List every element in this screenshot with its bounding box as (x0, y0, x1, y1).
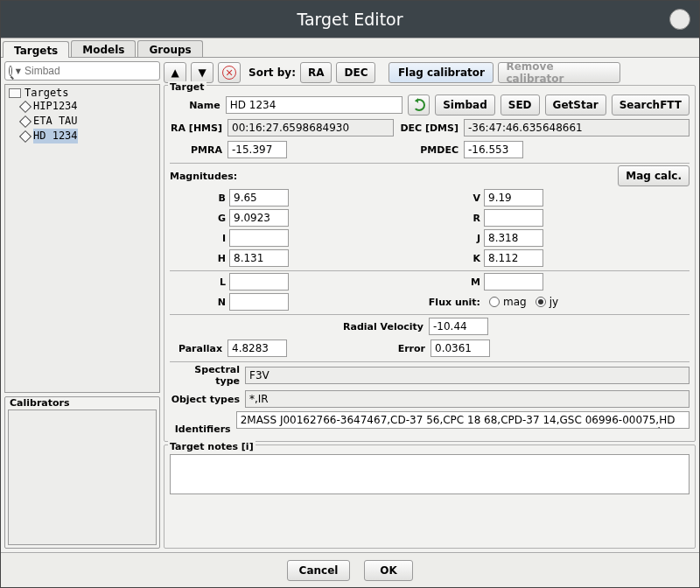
mag-j-input[interactable] (484, 229, 543, 247)
pmra-label: PMRA (170, 144, 222, 156)
pmdec-input[interactable] (464, 141, 523, 158)
flux-mag-label: mag (503, 296, 527, 308)
right-column: ▲ ▼ ✕ Sort by: RA DEC Flag calibrator Re… (164, 61, 696, 549)
mag-i-input[interactable] (229, 229, 289, 247)
mag-r-input[interactable] (484, 209, 543, 227)
objtypes-label: Object types (170, 394, 240, 405)
ra-label: RA [HMS] (170, 122, 222, 134)
folder-icon (9, 88, 21, 98)
name-label: Name (170, 100, 220, 111)
error-input[interactable] (430, 340, 490, 357)
targets-tree[interactable]: Targets HIP1234 ETA TAU HD 1234 (4, 84, 160, 393)
flux-unit-label: Flux unit: (424, 297, 484, 308)
dec-field (464, 119, 690, 136)
mag-j-label: J (424, 233, 484, 244)
diamond-icon (19, 130, 32, 142)
cancel-button[interactable]: Cancel (287, 560, 350, 581)
mag-b-input[interactable] (229, 189, 289, 206)
objtypes-field (245, 390, 690, 408)
tab-groups[interactable]: Groups (137, 40, 202, 57)
mag-h-input[interactable] (229, 249, 289, 267)
tree-item[interactable]: HD 1234 (9, 129, 156, 144)
flux-jy-label: jy (550, 296, 558, 308)
toolbar: ▲ ▼ ✕ Sort by: RA DEC Flag calibrator Re… (164, 61, 696, 84)
search-box[interactable]: ▼ (4, 61, 160, 80)
tab-models[interactable]: Models (71, 40, 136, 57)
remove-calibrator-button[interactable]: Remove calibrator (498, 62, 620, 83)
flux-jy-radio[interactable] (536, 297, 546, 307)
delete-button[interactable]: ✕ (218, 62, 241, 83)
simbad-button[interactable]: Simbad (435, 94, 495, 116)
tabstrip: Targets Models Groups (1, 38, 699, 58)
notes-legend: Target notes [i] (168, 441, 256, 452)
content: Targets Models Groups ▼ Targets (1, 38, 699, 587)
tree-item[interactable]: HIP1234 (9, 99, 156, 114)
sort-ra-button[interactable]: RA (300, 62, 332, 83)
target-editor-window: Target Editor Targets Models Groups ▼ Ta… (0, 0, 700, 588)
magnitudes-label: Magnitudes: (170, 171, 612, 182)
searchftt-button[interactable]: SearchFTT (612, 94, 690, 116)
mag-b-label: B (170, 192, 229, 204)
divider (170, 314, 690, 315)
mag-l-input[interactable] (229, 273, 289, 290)
parallax-input[interactable] (228, 340, 287, 357)
pmra-input[interactable] (228, 141, 287, 158)
calibrators-list[interactable] (8, 410, 157, 545)
avatar[interactable] (669, 9, 690, 30)
left-column: ▼ Targets HIP1234 ETA TAU (4, 61, 160, 549)
search-input[interactable] (24, 65, 156, 77)
titlebar: Target Editor (1, 1, 699, 38)
flux-mag-radio[interactable] (489, 297, 500, 307)
mag-m-label: M (424, 276, 484, 288)
mag-g-input[interactable] (229, 209, 289, 227)
identifiers-label: Identifiers (170, 411, 231, 435)
mag-r-label: R (424, 213, 484, 224)
flag-calibrator-button[interactable]: Flag calibrator (388, 62, 494, 83)
refresh-icon (413, 99, 425, 111)
search-dropdown-icon[interactable]: ▼ (16, 67, 21, 75)
identifiers-field[interactable]: 2MASS J00162766-3647467,CD-37 56,CPC 18 … (236, 411, 690, 429)
tree-root[interactable]: Targets (9, 87, 156, 99)
rv-input[interactable] (429, 318, 488, 335)
dec-label: DEC [DMS] (399, 122, 458, 134)
tree-item[interactable]: ETA TAU (9, 114, 156, 129)
mag-m-input[interactable] (484, 273, 543, 290)
target-legend: Target (168, 81, 206, 93)
sed-button[interactable]: SED (500, 94, 540, 116)
window-title: Target Editor (297, 10, 402, 29)
move-down-button[interactable]: ▼ (191, 62, 214, 83)
pmdec-label: PMDEC (292, 144, 458, 156)
dialog-footer: Cancel OK (1, 552, 699, 587)
parallax-label: Parallax (170, 343, 222, 354)
divider (170, 163, 690, 164)
mag-n-input[interactable] (229, 293, 289, 311)
mag-h-label: H (170, 253, 229, 264)
mag-i-label: I (170, 233, 229, 244)
ra-field (228, 119, 394, 136)
mag-l-label: L (170, 276, 229, 288)
notes-fieldset: Target notes [i] (164, 444, 696, 549)
ok-button[interactable]: OK (364, 560, 413, 581)
tree-item-label: ETA TAU (33, 114, 78, 129)
mag-k-input[interactable] (484, 249, 543, 267)
rv-label: Radial Velocity (170, 321, 424, 332)
diamond-icon (19, 100, 32, 112)
tree-root-label: Targets (24, 87, 69, 99)
sort-dec-button[interactable]: DEC (336, 62, 375, 83)
name-input[interactable] (226, 96, 402, 114)
diamond-icon (19, 115, 32, 127)
notes-textarea[interactable] (170, 454, 690, 494)
tree-item-label: HD 1234 (33, 129, 78, 144)
mag-v-label: V (424, 192, 484, 204)
mag-calc-button[interactable]: Mag calc. (618, 165, 690, 186)
sptype-field (245, 367, 690, 384)
error-label: Error (292, 343, 425, 354)
mag-v-input[interactable] (484, 189, 543, 206)
move-up-button[interactable]: ▲ (164, 62, 186, 83)
delete-icon: ✕ (222, 66, 236, 80)
refresh-button[interactable] (408, 94, 430, 116)
tab-targets[interactable]: Targets (3, 41, 69, 58)
divider (170, 361, 690, 362)
sort-by-label: Sort by: (248, 66, 296, 79)
getstar-button[interactable]: GetStar (545, 94, 606, 116)
